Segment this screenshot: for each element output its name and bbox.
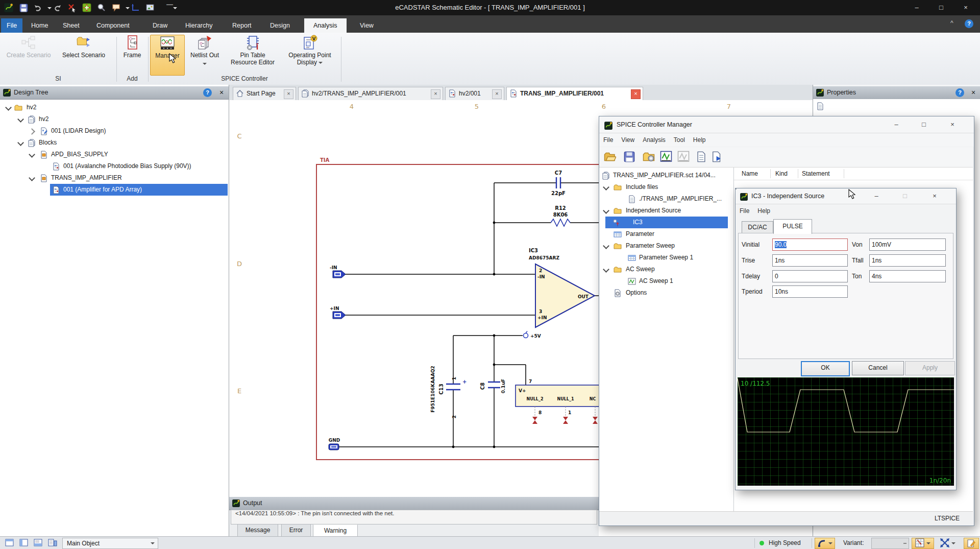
tab-design[interactable]: Design xyxy=(264,18,296,33)
manager-tree-ac-sweep[interactable]: AC Sweep xyxy=(599,264,732,275)
tree-item-apd-bias-supply[interactable]: APD_BIAS_SUPPLY xyxy=(0,149,228,160)
capacitor-c8[interactable]: C8 0.1uF xyxy=(480,379,506,394)
edit-sheet-icon[interactable] xyxy=(964,538,979,549)
doc-tab-trans-imp-active[interactable]: TRANS_IMP_AMPLIFIER/001 × xyxy=(506,87,643,101)
ok-button[interactable]: OK xyxy=(801,361,850,376)
close-button[interactable]: × xyxy=(953,0,978,15)
pin-table-resource-editor-button[interactable]: Pin Table Resource Editor xyxy=(227,35,279,75)
chevron-down-icon[interactable] xyxy=(29,151,35,158)
tree-item-amplifier-sheet[interactable]: 001 (Amplifier for APD Array) xyxy=(0,184,228,196)
netlist-out-dropdown-icon[interactable] xyxy=(203,63,207,65)
operating-point-dropdown-icon[interactable] xyxy=(318,62,323,64)
ic-block[interactable]: V+ 7 NULL_2 NULL_1 NC 8 1 xyxy=(516,379,608,424)
tree-item-apd-sheet[interactable]: 001 (Avalanche Photodiode Bias Supply (9… xyxy=(0,160,228,172)
tdelay-field[interactable]: 0 xyxy=(772,270,848,282)
help-icon[interactable]: ? xyxy=(965,19,973,28)
close-tab-icon[interactable]: × xyxy=(431,89,440,99)
tree-item-lidar-design[interactable]: 001 (LIDAR Design) xyxy=(0,125,228,137)
vinitial-field[interactable]: 90.0 xyxy=(772,238,848,251)
manager-title-bar[interactable]: SPICE Controller Manager – □ × xyxy=(599,116,974,133)
chevron-down-icon[interactable] xyxy=(17,139,24,146)
ic3-minimize-icon[interactable]: – xyxy=(864,189,889,203)
output-header[interactable]: Output xyxy=(229,497,599,510)
manager-menu-file[interactable]: File xyxy=(599,136,617,144)
manager-minimize-icon[interactable]: – xyxy=(884,117,909,132)
waveform-viewer-icon[interactable] xyxy=(658,149,674,164)
column-kind[interactable]: Kind xyxy=(775,168,788,180)
manager-menu-tool[interactable]: Tool xyxy=(670,136,689,144)
properties-help-icon[interactable]: ? xyxy=(955,88,964,97)
cancel-button[interactable]: Cancel xyxy=(852,361,904,375)
design-tree-help-icon[interactable]: ? xyxy=(203,88,212,97)
fit-arrows-dropdown-icon[interactable] xyxy=(951,542,955,544)
output-tab-warning[interactable]: Warning xyxy=(313,524,358,537)
tfall-field[interactable]: 1ns xyxy=(869,254,946,267)
ic3-close-icon[interactable]: × xyxy=(922,189,947,203)
variant-combo[interactable] xyxy=(871,538,909,549)
manager-tree-root[interactable]: TRANS_IMP_AMPLIFIER.sct 14/04... xyxy=(599,170,732,181)
ground-flag[interactable]: GND xyxy=(329,438,340,450)
manager-menu-view[interactable]: View xyxy=(617,136,639,144)
design-tree-panel-icon[interactable] xyxy=(16,535,32,549)
tperiod-field[interactable]: 10ns xyxy=(772,285,848,298)
ic3-title-bar[interactable]: IC3 - Independent Source – □ × xyxy=(736,188,956,204)
close-tab-icon[interactable]: × xyxy=(492,89,502,99)
capacitor-c7[interactable] xyxy=(556,177,560,188)
fit-arrows-icon[interactable] xyxy=(937,535,952,549)
open-icon[interactable] xyxy=(602,149,618,164)
tab-draw[interactable]: Draw xyxy=(147,18,173,33)
chevron-down-icon[interactable] xyxy=(29,175,35,181)
output-message-area[interactable]: <14/04/2021 10:55:09> : The pin isn't co… xyxy=(231,510,597,524)
manager-tree-parameter-sweep-1[interactable]: Parameter Sweep 1 xyxy=(599,252,732,264)
chevron-down-icon[interactable] xyxy=(603,243,609,249)
tab-file[interactable]: File xyxy=(1,18,22,33)
netlist-doc-icon[interactable] xyxy=(694,149,709,164)
output-panel-icon[interactable] xyxy=(31,535,46,549)
tab-sheet[interactable]: Sheet xyxy=(57,18,85,33)
manager-menu-analysis[interactable]: Analysis xyxy=(639,136,670,144)
select-scenario-button[interactable]: Select Scenario xyxy=(55,35,112,75)
power-flag-5v[interactable]: +5V xyxy=(524,331,541,339)
save-icon[interactable] xyxy=(622,149,637,164)
chevron-down-icon[interactable] xyxy=(17,116,24,123)
manager-tree-ic3[interactable]: IC3 xyxy=(599,217,732,228)
manager-tree-independent-source[interactable]: Independent Source xyxy=(599,205,732,217)
ribbon-collapse-icon[interactable]: ^ xyxy=(950,19,953,27)
tree-item-hv2-design[interactable]: hv2 xyxy=(0,113,228,125)
doc-tab-hv2-trans-imp[interactable]: hv2/TRANS_IMP_AMPLIFIER/001 × xyxy=(298,87,443,101)
close-tab-icon[interactable]: × xyxy=(284,89,293,99)
doc-tab-start-page[interactable]: Start Page × xyxy=(233,87,296,101)
manager-tree-include-files[interactable]: Include files xyxy=(599,181,732,193)
von-field[interactable]: 100mV xyxy=(869,238,946,251)
tab-home[interactable]: Home xyxy=(26,18,54,33)
ic3-tab-dcac[interactable]: DC/AC xyxy=(742,221,773,234)
maximize-button[interactable]: □ xyxy=(929,0,953,15)
tree-item-hv2-root[interactable]: hv2 xyxy=(0,102,228,113)
manager-tree-options[interactable]: Options xyxy=(599,287,732,299)
ton-field[interactable]: 4ns xyxy=(869,270,946,282)
operating-point-display-button[interactable]: V Operating Point Display xyxy=(281,35,339,75)
properties-header[interactable]: Properties ? × xyxy=(813,86,980,100)
tab-report[interactable]: Report xyxy=(227,18,257,33)
manager-tree-parameter-sweep[interactable]: Parameter Sweep xyxy=(599,240,732,252)
manager-tree-ac-sweep-1[interactable]: AC Sweep 1 xyxy=(599,275,732,287)
close-tab-icon[interactable]: × xyxy=(631,89,641,99)
capacitor-c13[interactable]: + F951E106KAAAQ2 C13 1 2 xyxy=(430,366,467,418)
reference-panel-icon[interactable] xyxy=(45,535,60,549)
manager-button[interactable]: Manager xyxy=(150,35,185,76)
design-tree-close-icon[interactable]: × xyxy=(216,86,227,99)
chevron-right-icon[interactable] xyxy=(29,128,35,135)
tab-hierarchy[interactable]: Hierarchy xyxy=(180,18,218,33)
ic3-menu-file[interactable]: File xyxy=(736,207,753,214)
manager-tree-include-file[interactable]: ./TRANS_IMP_AMPLIFIER_... xyxy=(599,193,732,205)
window-panel-icon[interactable] xyxy=(2,535,17,549)
output-tab-message[interactable]: Message xyxy=(237,524,278,537)
properties-close-icon[interactable]: × xyxy=(968,86,978,99)
main-object-combo[interactable]: Main Object xyxy=(62,538,158,549)
column-name[interactable]: Name xyxy=(742,168,758,180)
design-tree-header[interactable]: Design Tree ? × xyxy=(0,86,229,100)
run-doc-icon[interactable] xyxy=(709,149,725,164)
output-tab-error[interactable]: Error xyxy=(281,524,311,537)
tree-item-blocks[interactable]: Blocks xyxy=(0,137,228,149)
chevron-down-icon[interactable] xyxy=(603,184,609,190)
